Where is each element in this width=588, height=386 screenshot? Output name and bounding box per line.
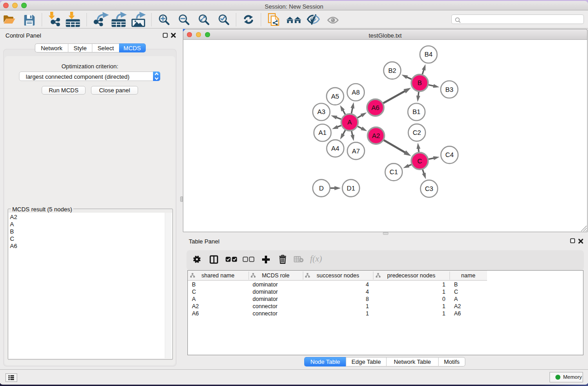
svg-text:A7: A7 (352, 148, 360, 155)
svg-text:B3: B3 (445, 86, 454, 93)
svg-text:C4: C4 (445, 151, 454, 158)
svg-text:C2: C2 (413, 129, 421, 136)
svg-text:B2: B2 (388, 67, 397, 74)
svg-text:C3: C3 (425, 185, 434, 192)
svg-text:A: A (348, 119, 352, 126)
svg-text:A1: A1 (319, 129, 327, 136)
svg-text:A4: A4 (331, 145, 339, 152)
svg-text:C1: C1 (390, 168, 398, 176)
svg-text:B4: B4 (425, 51, 433, 58)
svg-text:A6: A6 (371, 104, 379, 111)
svg-text:A2: A2 (372, 132, 380, 139)
svg-text:D: D (319, 185, 324, 192)
svg-text:B1: B1 (412, 108, 421, 115)
svg-text:C: C (417, 157, 422, 165)
svg-text:A5: A5 (331, 93, 339, 100)
svg-text:B: B (417, 79, 422, 86)
svg-text:D1: D1 (347, 185, 355, 192)
svg-text:A8: A8 (352, 89, 360, 96)
svg-text:A3: A3 (317, 108, 325, 115)
